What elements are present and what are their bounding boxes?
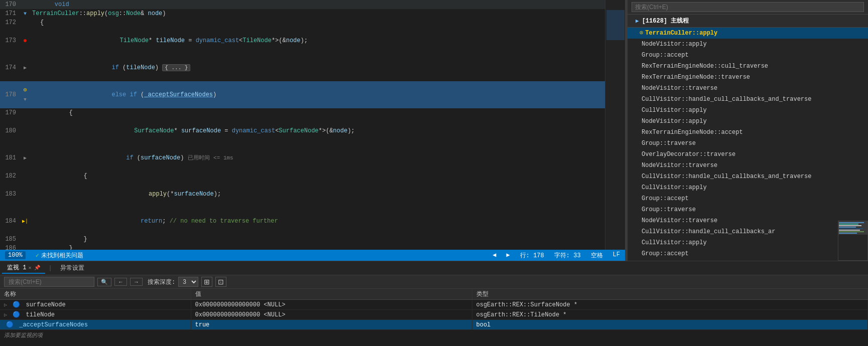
call-stack-list[interactable]: ⊙ TerrainCuller::apply NodeVisitor::appl… bbox=[628, 28, 868, 261]
cs-item-9[interactable]: RexTerrainEngineNode::accept bbox=[628, 127, 868, 138]
cs-item-18[interactable]: CullVisitor::handle_cull_callbacks_ar bbox=[628, 226, 868, 237]
cs-item-4[interactable]: RexTerrainEngineNode::traverse bbox=[628, 72, 868, 83]
bottom-scroll-left[interactable]: ◀ bbox=[492, 251, 496, 260]
watch-table: 名称 值 类型 ▷ 🔵 surfaceNode 0x00000000000000… bbox=[0, 289, 868, 330]
cs-item-label-3: RexTerrainEngineNode::cull_traverse bbox=[642, 63, 768, 70]
cs-item-1[interactable]: NodeVisitor::apply bbox=[628, 39, 868, 50]
watch-table-container[interactable]: 名称 值 类型 ▷ 🔵 surfaceNode 0x00000000000000… bbox=[0, 289, 868, 346]
watch-search-input[interactable] bbox=[4, 277, 94, 287]
col-header-name: 名称 bbox=[0, 289, 191, 300]
watch-row-tileNode[interactable]: ▷ 🔵 tileNode 0x0000000000000000 <NULL> o… bbox=[0, 310, 868, 320]
expand-surfaceNode[interactable]: ▷ bbox=[4, 302, 7, 308]
spaces-info: 空格 bbox=[591, 251, 603, 260]
cs-item-label-14: CullVisitor::apply bbox=[642, 184, 707, 191]
watch-content: 名称 值 类型 ▷ 🔵 surfaceNode 0x00000000000000… bbox=[0, 289, 868, 346]
status-check: ✓ 未找到相关问题 bbox=[36, 251, 83, 260]
code-line-173: 173 ● TileNode* tileNode = dynamic_cast<… bbox=[0, 27, 605, 54]
var-icon-tileNode: 🔵 bbox=[13, 311, 20, 318]
bottom-panel: 监视 1 ✕ 📌 | 异常设置 🔍 ← → 搜索深度: 3 1 2 4 5 ⊞ … bbox=[0, 261, 868, 346]
cs-item-label-11: OverlayDecorator::traverse bbox=[642, 151, 735, 158]
tab-watch1-pin2[interactable]: 📌 bbox=[34, 265, 40, 271]
tab-watch1-label: 监视 1 bbox=[7, 263, 26, 272]
watch-row-surfaceNode-type: osgEarth::REX::SurfaceNode * bbox=[472, 300, 868, 310]
collapse-171[interactable]: ▼ bbox=[21, 10, 29, 18]
tab-exception-label: 异常设置 bbox=[60, 264, 84, 272]
current-line-arrow: ⊙ bbox=[23, 87, 27, 94]
watch-row-acceptSurface-name: 🔵 _acceptSurfaceNodes bbox=[0, 320, 191, 330]
call-stack-search-bar bbox=[628, 0, 868, 15]
cs-item-17[interactable]: NodeVisitor::traverse bbox=[628, 215, 868, 226]
cs-item-6[interactable]: CullVisitor::handle_cull_callbacks_and_t… bbox=[628, 94, 868, 105]
code-line-186: 186 } bbox=[0, 244, 605, 250]
cs-item-label-18: CullVisitor::handle_cull_callbacks_ar bbox=[642, 228, 775, 235]
code-line-172: 172 { bbox=[0, 18, 605, 27]
bottom-scroll-right[interactable]: ▶ bbox=[507, 251, 510, 260]
code-line-170: 170 void bbox=[0, 0, 605, 9]
call-stack-panel: ▶ [11628] 主线程 ⊙ TerrainCuller::apply Nod… bbox=[627, 0, 868, 261]
encoding-info: LF bbox=[613, 251, 620, 260]
cs-item-label-19: CullVisitor::apply bbox=[642, 239, 707, 246]
expand-181[interactable]: ▶ bbox=[21, 154, 29, 162]
call-stack-search-input[interactable] bbox=[632, 2, 864, 12]
expand-178[interactable]: ▼ bbox=[21, 96, 29, 104]
depth-selector[interactable]: 3 1 2 4 5 bbox=[178, 277, 198, 287]
cs-item-11[interactable]: OverlayDecorator::traverse bbox=[628, 149, 868, 160]
cs-item-2[interactable]: Group::accept bbox=[628, 50, 868, 61]
expand-174[interactable]: ▶ bbox=[21, 64, 29, 72]
main-area: 170 void 171 ▼ TerrainCuller::apply(osg:… bbox=[0, 0, 868, 261]
cs-item-3[interactable]: RexTerrainEngineNode::cull_traverse bbox=[628, 61, 868, 72]
expand-tileNode[interactable]: ▷ bbox=[4, 312, 7, 318]
code-line-180: 180 SurfaceNode* surfaceNode = dynamic_c… bbox=[0, 117, 605, 144]
code-line-182: 182 { bbox=[0, 171, 605, 181]
toolbar-search-btn[interactable]: 🔍 bbox=[97, 278, 111, 286]
code-editor: 170 void 171 ▼ TerrainCuller::apply(osg:… bbox=[0, 0, 625, 261]
toolbar-btn-options[interactable]: ⊡ bbox=[215, 277, 226, 287]
editor-minimap[interactable] bbox=[605, 0, 625, 250]
var-icon-surfaceNode: 🔵 bbox=[13, 301, 20, 308]
cs-item-19[interactable]: CullVisitor::apply bbox=[628, 237, 868, 248]
cs-item-label-6: CullVisitor::handle_cull_callbacks_and_t… bbox=[642, 96, 811, 103]
depth-label: 搜索深度: bbox=[148, 278, 175, 286]
editor-scroll[interactable]: 170 void 171 ▼ TerrainCuller::apply(osg:… bbox=[0, 0, 605, 250]
cs-item-14[interactable]: CullVisitor::apply bbox=[628, 182, 868, 193]
cs-item-13[interactable]: CullVisitor::handle_cull_callbacks_and_t… bbox=[628, 171, 868, 182]
cs-item-15[interactable]: Group::accept bbox=[628, 193, 868, 204]
cs-item-label-10: Group::traverse bbox=[642, 140, 696, 147]
return-arrow-184: ▶| bbox=[22, 219, 28, 224]
breakpoint-173[interactable]: ● bbox=[23, 37, 27, 45]
cs-item-5[interactable]: NodeVisitor::traverse bbox=[628, 83, 868, 94]
tab-watch1[interactable]: 监视 1 ✕ 📌 bbox=[2, 262, 45, 274]
cs-item-0[interactable]: ⊙ TerrainCuller::apply bbox=[628, 28, 868, 39]
cs-item-label-8: NodeVisitor::apply bbox=[642, 118, 707, 125]
cs-item-label-16: Group::traverse bbox=[642, 206, 696, 213]
add-watch-hint[interactable]: 添加要监视的项 bbox=[0, 330, 868, 340]
code-lines: 170 void 171 ▼ TerrainCuller::apply(osg:… bbox=[0, 0, 605, 250]
toolbar-back-btn[interactable]: ← bbox=[114, 278, 127, 286]
col-header-value: 值 bbox=[191, 289, 472, 300]
toolbar-fwd-btn[interactable]: → bbox=[130, 278, 143, 286]
watch-row-surfaceNode[interactable]: ▷ 🔵 surfaceNode 0x0000000000000000 <NULL… bbox=[0, 300, 868, 310]
watch-row-surfaceNode-name: ▷ 🔵 surfaceNode bbox=[0, 300, 191, 310]
tab-watch1-pin[interactable]: ✕ bbox=[28, 265, 31, 271]
watch-row-acceptSurface-type: bool bbox=[472, 320, 868, 330]
watch-row-tileNode-name: ▷ 🔵 tileNode bbox=[0, 310, 191, 320]
cs-item-label-13: CullVisitor::handle_cull_callbacks_and_t… bbox=[642, 173, 811, 180]
cs-item-10[interactable]: Group::traverse bbox=[628, 138, 868, 149]
no-problems-label: 未找到相关问题 bbox=[41, 251, 83, 260]
watch-row-acceptSurface[interactable]: 🔵 _acceptSurfaceNodes true bool bbox=[0, 320, 868, 330]
cs-item-label-7: CullVisitor::apply bbox=[642, 107, 707, 114]
cs-item-7[interactable]: CullVisitor::apply bbox=[628, 105, 868, 116]
cs-item-12[interactable]: NodeVisitor::traverse bbox=[628, 160, 868, 171]
zoom-level: 100% bbox=[5, 251, 26, 259]
call-stack-thread-header: ▶ [11628] 主线程 bbox=[628, 15, 868, 28]
cs-item-8[interactable]: NodeVisitor::apply bbox=[628, 116, 868, 127]
minimap-thumbnail bbox=[838, 221, 868, 261]
col-header-type: 类型 bbox=[472, 289, 868, 300]
cs-item-16[interactable]: Group::traverse bbox=[628, 204, 868, 215]
toolbar-btn-filter[interactable]: ⊞ bbox=[201, 277, 212, 287]
watch-row-surfaceNode-value: 0x0000000000000000 <NULL> bbox=[191, 300, 472, 310]
tab-exception[interactable]: 异常设置 bbox=[55, 263, 89, 273]
code-line-185: 185 } bbox=[0, 235, 605, 244]
cs-item-20[interactable]: Group::accept bbox=[628, 248, 868, 259]
watch-row-tileNode-value: 0x0000000000000000 <NULL> bbox=[191, 310, 472, 320]
